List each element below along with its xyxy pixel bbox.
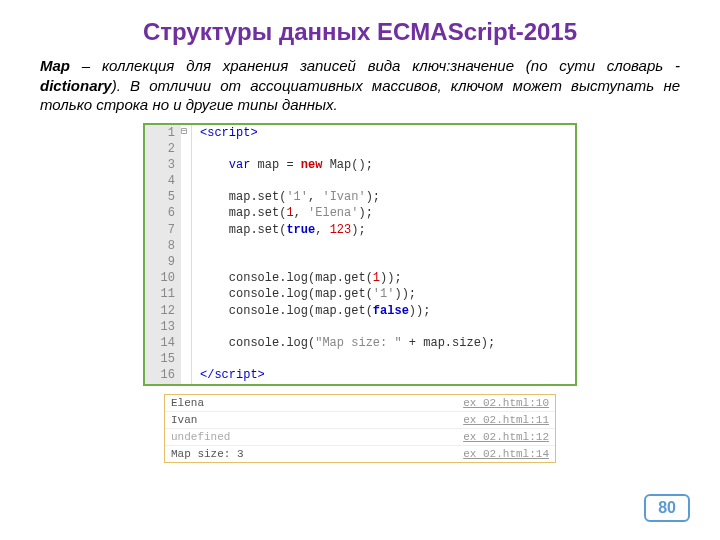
line-number: 4 [145, 173, 181, 189]
code-line: 2 [145, 141, 575, 157]
fold-gutter [181, 286, 192, 302]
code-line: 14 console.log("Map size: " + map.size); [145, 335, 575, 351]
fold-gutter [181, 254, 192, 270]
console-output-value: Ivan [171, 414, 197, 426]
term-dictionary: dictionary [40, 77, 112, 94]
code-content [192, 141, 575, 157]
code-line: 9 [145, 254, 575, 270]
line-number: 7 [145, 222, 181, 238]
code-content: console.log(map.get(1)); [192, 270, 575, 286]
code-content: console.log(map.get(false)); [192, 303, 575, 319]
code-content: console.log("Map size: " + map.size); [192, 335, 575, 351]
fold-gutter [181, 367, 192, 383]
line-number: 3 [145, 157, 181, 173]
console-source-link: ex 02.html:10 [463, 397, 549, 409]
line-number: 10 [145, 270, 181, 286]
line-number: 13 [145, 319, 181, 335]
code-content: var map = new Map(); [192, 157, 575, 173]
fold-gutter [181, 157, 192, 173]
line-number: 16 [145, 367, 181, 383]
line-number: 2 [145, 141, 181, 157]
desc-body: – коллекция для хранения записей вида кл… [70, 57, 680, 74]
code-line: 15 [145, 351, 575, 367]
code-line: 5 map.set('1', 'Ivan'); [145, 189, 575, 205]
term-map: Map [40, 57, 70, 74]
code-line: 11 console.log(map.get('1')); [145, 286, 575, 302]
console-output-value: Elena [171, 397, 204, 409]
code-line: 8 [145, 238, 575, 254]
code-content [192, 254, 575, 270]
page-title: Структуры данных ECMAScript-2015 [40, 18, 680, 46]
description-text: Map – коллекция для хранения записей вид… [40, 56, 680, 115]
code-content: <script> [192, 125, 575, 141]
fold-gutter [181, 205, 192, 221]
fold-gutter: ⊟ [181, 125, 192, 141]
line-number: 1 [145, 125, 181, 141]
console-row: undefinedex 02.html:12 [165, 429, 555, 446]
fold-gutter [181, 319, 192, 335]
code-line: 7 map.set(true, 123); [145, 222, 575, 238]
code-line: 13 [145, 319, 575, 335]
fold-gutter [181, 351, 192, 367]
code-content: map.set('1', 'Ivan'); [192, 189, 575, 205]
fold-gutter [181, 335, 192, 351]
line-number: 9 [145, 254, 181, 270]
line-number: 8 [145, 238, 181, 254]
console-row: Elenaex 02.html:10 [165, 395, 555, 412]
fold-gutter [181, 303, 192, 319]
line-number: 6 [145, 205, 181, 221]
console-row: Ivanex 02.html:11 [165, 412, 555, 429]
line-number: 15 [145, 351, 181, 367]
line-number: 14 [145, 335, 181, 351]
code-content: map.set(true, 123); [192, 222, 575, 238]
code-content [192, 319, 575, 335]
code-content: console.log(map.get('1')); [192, 286, 575, 302]
code-line: 6 map.set(1, 'Elena'); [145, 205, 575, 221]
code-content: map.set(1, 'Elena'); [192, 205, 575, 221]
console-source-link: ex 02.html:12 [463, 431, 549, 443]
console-output: Elenaex 02.html:10Ivanex 02.html:11undef… [164, 394, 556, 463]
code-content [192, 173, 575, 189]
code-line: 10 console.log(map.get(1)); [145, 270, 575, 286]
console-output-value: Map size: 3 [171, 448, 244, 460]
code-line: 3 var map = new Map(); [145, 157, 575, 173]
code-line: 16</script> [145, 367, 575, 383]
page-number-badge: 80 [644, 494, 690, 522]
fold-gutter [181, 222, 192, 238]
console-source-link: ex 02.html:11 [463, 414, 549, 426]
fold-gutter [181, 270, 192, 286]
console-row: Map size: 3ex 02.html:14 [165, 446, 555, 462]
fold-gutter [181, 238, 192, 254]
code-line: 4 [145, 173, 575, 189]
code-line: 12 console.log(map.get(false)); [145, 303, 575, 319]
code-content [192, 238, 575, 254]
line-number: 11 [145, 286, 181, 302]
fold-gutter [181, 141, 192, 157]
desc-body2: ). В отличии от ассоциативных массивов, … [40, 77, 680, 114]
code-block: 1⊟<script>23 var map = new Map();45 map.… [143, 123, 577, 386]
code-content: </script> [192, 367, 575, 383]
console-source-link: ex 02.html:14 [463, 448, 549, 460]
fold-gutter [181, 189, 192, 205]
code-content [192, 351, 575, 367]
console-output-value: undefined [171, 431, 230, 443]
code-line: 1⊟<script> [145, 125, 575, 141]
line-number: 12 [145, 303, 181, 319]
fold-gutter [181, 173, 192, 189]
line-number: 5 [145, 189, 181, 205]
